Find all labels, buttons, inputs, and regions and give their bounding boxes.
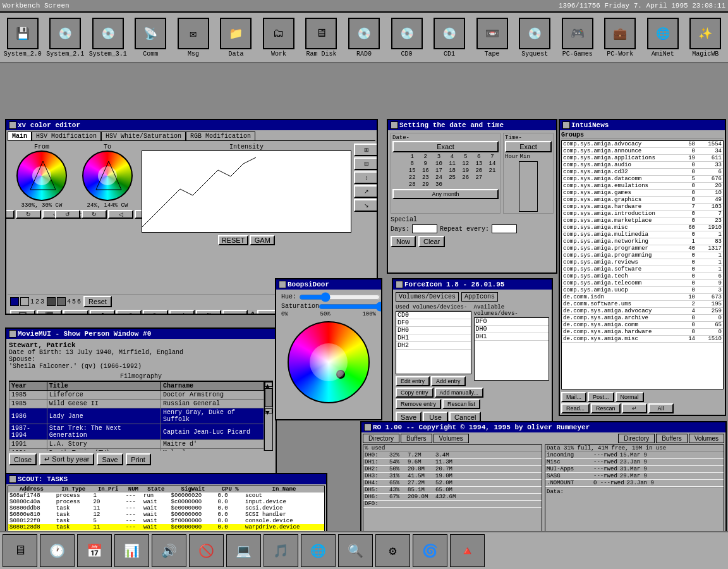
movie-table-row[interactable]: 1991Death Train (TV)Malcolm — [9, 449, 264, 451]
icon-cd0[interactable]: 💿 CD0 — [387, 18, 427, 58]
xv-tool8[interactable]: ⇅ — [196, 310, 221, 314]
movie-close[interactable]: Close — [9, 453, 37, 465]
xv-to-btn3[interactable]: ◁ — [108, 210, 133, 219]
datetime-time-slider[interactable] — [519, 161, 538, 212]
movie-save[interactable]: Save — [97, 453, 123, 465]
icon-work[interactable]: 🗂 Work — [258, 18, 299, 58]
xv-reset-btn[interactable]: RESET — [218, 235, 249, 245]
movie-table-row[interactable]: 1986Lady JaneHenry Gray, Duke of Suffolk — [9, 408, 264, 424]
intui-news-row[interactable]: comp.sys.amiga.games 0 10 — [562, 190, 723, 197]
intui-news-row[interactable]: comp.sys.amiga.multimedia 0 1 — [562, 231, 723, 238]
intui-mail-btn[interactable]: Mail... — [561, 392, 586, 402]
movie-print[interactable]: Print — [126, 453, 151, 465]
datetime-now-btn[interactable]: Now — [391, 236, 416, 247]
xv-tool7[interactable]: ⇄ — [169, 310, 195, 314]
taskbar-icon-3[interactable]: 📊 — [114, 534, 149, 567]
fi-avail-item[interactable]: DH1 — [475, 333, 549, 341]
taskbar-icon-10[interactable]: ⚙ — [375, 534, 410, 567]
ro-drive-row[interactable]: DH1: 54% 9.6M 11.3M — [363, 459, 542, 466]
ro-vol-tab[interactable]: Volumes — [434, 434, 469, 443]
intui-post-btn[interactable]: Post... — [588, 392, 614, 402]
xv-close-btn[interactable] — [9, 121, 16, 129]
xv-tool1[interactable]: 🔲 — [10, 310, 35, 314]
scout-table-row[interactable]: $0800c40aprocess20---wait$c00000000.0inp… — [8, 499, 324, 505]
ro-dir-tab[interactable]: Directory — [363, 434, 399, 443]
scout-table-row[interactable]: $080128d8task11---wait$e00000000.0warpdr… — [8, 524, 324, 530]
icon-pc-work[interactable]: 💼 PC-Work — [600, 18, 640, 58]
taskbar-icon-12[interactable]: 🔺 — [450, 534, 485, 567]
icon-system-3-1[interactable]: 💿 System_3.1 — [88, 18, 128, 58]
ro-buf-tab2[interactable]: Buffers — [656, 434, 688, 443]
intui-news-row[interactable]: comp.sys.amiga.hardware 7 103 — [562, 204, 723, 211]
xv-tab-3[interactable]: RGB Modification — [186, 132, 255, 140]
xv-icon5[interactable]: ↘ — [354, 199, 377, 212]
datetime-repeat-input[interactable] — [492, 224, 517, 233]
scout-table-row[interactable]: $0800ddb8task11---wait$e00000000.0scsi.d… — [8, 505, 324, 511]
xv-reset-main-btn[interactable]: Reset — [83, 296, 112, 307]
icon-cd1[interactable]: 💿 CD1 — [429, 18, 470, 58]
boopsi-sat-slider[interactable] — [318, 303, 381, 310]
movie-scroll-up[interactable]: ▲ — [265, 382, 272, 387]
intui-news-row[interactable]: comp.sys.amiga.advocacy 58 1554 — [562, 141, 723, 148]
xv-tool5[interactable]: ↺ — [116, 310, 142, 314]
intui-news-row[interactable]: comp.sys.amiga.audio 0 33 — [562, 162, 723, 169]
icon-syquest[interactable]: 💿 Syquest — [514, 18, 555, 58]
ro-file-row[interactable]: Misc ---rwed 23.Jan 9 — [545, 459, 724, 466]
forceicon-volumes-tab[interactable]: Volumes/Devices — [396, 292, 459, 302]
boopsi-close-btn[interactable] — [279, 281, 286, 288]
icon-pc-games[interactable]: 🎮 PC-Games — [557, 18, 598, 58]
intui-normal-btn[interactable]: Normal — [616, 392, 644, 402]
xv-tab-1[interactable]: HSV Modification — [32, 132, 101, 140]
intui-news-row[interactable]: comp.sys.amiga.software 0 1 — [562, 266, 723, 273]
intui-news-row[interactable]: comp.sys.amiga.marketplace 0 23 — [562, 217, 723, 224]
intui-news-row[interactable]: comp.sys.amiga.cd32 0 6 — [562, 169, 723, 176]
icon-system-2-1[interactable]: 💿 System_2.1 — [46, 18, 86, 58]
intui-news-row[interactable]: comp.sys.amiga.applications 19 611 — [562, 155, 723, 162]
xv-to-btn2[interactable]: ↻ — [82, 210, 107, 219]
scout-table-row[interactable]: $0800e810task12---wait$000000000.0SCSI h… — [8, 511, 324, 518]
forceicon-rescan-btn[interactable]: Rescan list — [442, 399, 480, 409]
taskbar-icon-8[interactable]: 🌐 — [301, 534, 336, 567]
datetime-close-btn[interactable] — [391, 121, 398, 129]
xv-tab-2[interactable]: HSV White/Saturation — [101, 132, 186, 140]
fi-avail-item[interactable]: DF0 — [475, 318, 549, 326]
forceicon-appicons-tab[interactable]: AppIcons — [461, 292, 498, 302]
intui-news-row[interactable]: de.comp.sys.amiga.archive 0 0 — [562, 315, 723, 322]
intui-close-btn[interactable] — [562, 121, 570, 129]
xv-tool3[interactable]: ▪ — [63, 310, 88, 314]
xv-tool6[interactable]: ↻ — [143, 310, 168, 314]
intui-titlebar[interactable]: IntuiNews — [560, 120, 725, 130]
boopsi-color-wheel[interactable] — [288, 321, 370, 403]
xv-tool4[interactable]: ✚ — [90, 310, 115, 314]
forceicon-remove-btn[interactable]: Remove entry — [396, 399, 441, 409]
ro-file-row[interactable]: SASG ---rwed 29.Mar 9 — [545, 473, 724, 480]
intui-news-row[interactable]: de.comm.isdn 10 673 — [562, 294, 723, 301]
icon-ram-disk[interactable]: 🖥 Ram Disk — [301, 18, 342, 58]
intui-enter-btn[interactable]: ↵ — [622, 403, 647, 413]
intui-all-btn[interactable]: All — [648, 403, 674, 413]
ro-dir-tab2[interactable]: Directory — [618, 434, 655, 443]
datetime-clear-btn[interactable]: Clear — [418, 236, 445, 247]
movie-close-btn[interactable] — [9, 330, 16, 338]
intui-news-row[interactable]: de.comp.sys.amiga.advocacy 4 259 — [562, 308, 723, 315]
icon-comm[interactable]: 📡 Comm — [131, 18, 171, 58]
forceicon-edit-btn[interactable]: Edit entry — [396, 376, 430, 386]
xv-titlebar[interactable]: xv color editor — [6, 120, 377, 130]
forceicon-close-btn[interactable] — [396, 281, 403, 288]
intui-news-row[interactable]: de.comp.sys.amiga.misc 14 1510 — [562, 336, 723, 343]
intui-news-row[interactable]: comp.sys.amiga.emulations 0 20 — [562, 183, 723, 190]
forceicon-avail-list[interactable]: DF0DH0DH1 — [474, 317, 550, 381]
datetime-days-input[interactable] — [412, 224, 437, 233]
fi-avail-item[interactable]: DH0 — [475, 326, 549, 333]
xv-tab-0[interactable]: Main — [8, 132, 32, 140]
icon-data[interactable]: 📁 Data — [216, 18, 257, 58]
taskbar-icon-1[interactable]: 🕐 — [40, 534, 75, 567]
intui-news-row[interactable]: comp.sys.amiga.announce 0 34 — [562, 148, 723, 155]
intui-news-row[interactable]: comp.sys.amiga.graphics 0 49 — [562, 197, 723, 204]
scout-close-btn[interactable] — [9, 475, 16, 483]
ro-drive-row[interactable]: DH3: 31% 41.5M 19.0M — [363, 473, 542, 480]
forceicon-add-manually-btn[interactable]: Add manually... — [435, 388, 483, 398]
ro-buf-tab[interactable]: Buffers — [401, 434, 432, 443]
datetime-anymonth-btn[interactable]: Any month — [392, 189, 499, 199]
xv-text-icon[interactable]: A — [249, 310, 256, 314]
